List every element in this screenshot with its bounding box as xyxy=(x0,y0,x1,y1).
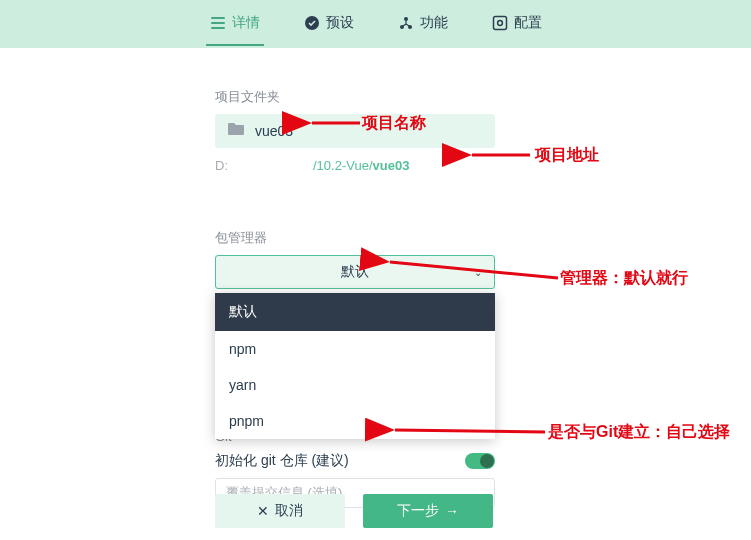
arrow-right-icon: → xyxy=(445,503,459,519)
close-icon: ✕ xyxy=(257,503,269,519)
pkg-option-default[interactable]: 默认 xyxy=(215,293,495,331)
tab-preset[interactable]: 预设 xyxy=(300,2,358,46)
tab-feature[interactable]: 功能 xyxy=(394,2,452,46)
details-icon xyxy=(210,15,226,31)
chevron-down-icon: ⌄ xyxy=(474,267,482,278)
project-name: vue03 xyxy=(255,123,293,139)
path-tail: /10.2-Vue/vue03 xyxy=(313,158,409,173)
main-form: 项目文件夹 vue03 D: /10.2-Vue/vue03 包管理器 默认 ⌄… xyxy=(0,48,500,528)
drive-label: D: xyxy=(215,158,228,173)
tab-label: 配置 xyxy=(514,14,542,32)
tab-detail[interactable]: 详情 xyxy=(206,2,264,46)
project-folder-selector[interactable]: vue03 xyxy=(215,114,495,148)
pkg-dropdown: 默认 npm yarn pnpm xyxy=(215,293,495,439)
pkg-manager-select[interactable]: 默认 ⌄ xyxy=(215,255,495,289)
check-circle-icon xyxy=(304,15,320,31)
pkg-selected-value: 默认 xyxy=(341,263,369,281)
footer-actions: ✕ 取消 下一步 → xyxy=(215,494,493,528)
tab-label: 预设 xyxy=(326,14,354,32)
folder-icon xyxy=(227,122,245,140)
project-folder-label: 项目文件夹 xyxy=(215,88,500,106)
project-path: D: /10.2-Vue/vue03 xyxy=(215,158,500,173)
pkg-manager-label: 包管理器 xyxy=(215,229,500,247)
pkg-option-pnpm[interactable]: pnpm xyxy=(215,403,495,439)
annotation-pkg-manager: 管理器：默认就行 xyxy=(560,268,688,289)
svg-point-1 xyxy=(404,17,408,21)
pkg-option-yarn[interactable]: yarn xyxy=(215,367,495,403)
tab-label: 详情 xyxy=(232,14,260,32)
git-init-label: 初始化 git 仓库 (建议) xyxy=(215,452,349,470)
tab-label: 功能 xyxy=(420,14,448,32)
settings-app-icon xyxy=(492,15,508,31)
next-button[interactable]: 下一步 → xyxy=(363,494,493,528)
tab-config[interactable]: 配置 xyxy=(488,2,546,46)
toggle-knob xyxy=(480,454,494,468)
annotation-git: 是否与Git建立：自己选择 xyxy=(548,422,730,443)
top-tabbar: 详情 预设 功能 配置 xyxy=(0,0,751,48)
hub-icon xyxy=(398,15,414,31)
cancel-button[interactable]: ✕ 取消 xyxy=(215,494,345,528)
next-label: 下一步 xyxy=(397,502,439,520)
cancel-label: 取消 xyxy=(275,502,303,520)
svg-rect-4 xyxy=(493,17,506,30)
pkg-option-npm[interactable]: npm xyxy=(215,331,495,367)
svg-point-5 xyxy=(497,21,502,26)
annotation-project-path: 项目地址 xyxy=(535,145,599,166)
git-init-toggle[interactable] xyxy=(465,453,495,469)
